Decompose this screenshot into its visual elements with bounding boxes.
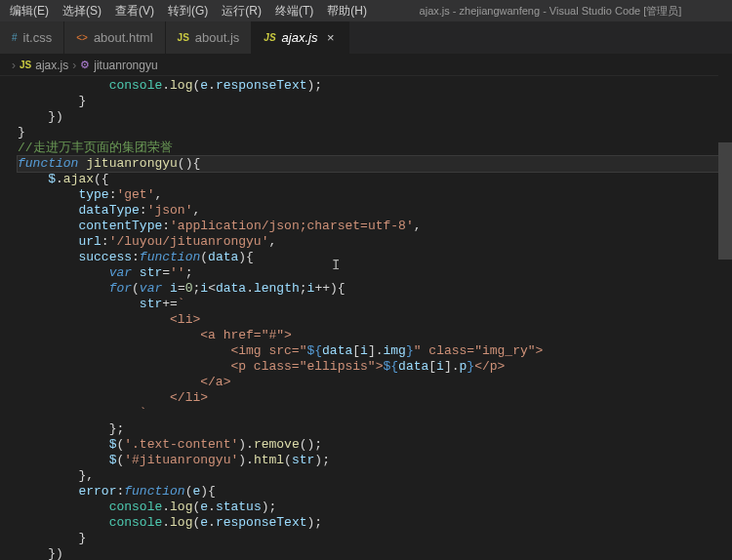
tabbar: #it.css<>about.htmlJSabout.jsJSajax.js× — [0, 21, 732, 55]
vscode-window: 编辑(E)选择(S)查看(V)转到(G)运行(R)终端(T)帮助(H) ajax… — [0, 0, 732, 560]
code-line[interactable]: for(var i=0;i<data.length;i++){ — [18, 281, 732, 297]
menu-item[interactable]: 终端(T) — [269, 1, 319, 21]
code-line[interactable]: console.log(e.responseText); — [18, 515, 732, 531]
code-line[interactable]: $('.text-content').remove(); — [18, 437, 732, 453]
editor-tab[interactable]: <>about.html — [64, 21, 165, 54]
code-line[interactable]: type:'get', — [18, 187, 732, 203]
menu-item[interactable]: 转到(G) — [162, 1, 214, 21]
code-line[interactable]: }) — [18, 109, 732, 125]
code-line[interactable]: </li> — [18, 390, 732, 406]
code-line[interactable]: error:function(e){ — [18, 484, 732, 500]
code-line[interactable]: } — [18, 531, 732, 546]
window-title: ajax.js - zhejiangwanfeng - Visual Studi… — [373, 4, 728, 19]
code-line[interactable]: var str=''; — [18, 265, 732, 281]
code-line[interactable]: function jituanrongyu(){ — [18, 156, 732, 172]
editor-tab[interactable]: #it.css — [0, 21, 64, 54]
chevron-right-icon: › — [12, 59, 16, 72]
code-line[interactable]: $.ajax({ — [18, 172, 732, 187]
chevron-right-icon: › — [72, 59, 76, 72]
code-line[interactable]: ` — [18, 406, 732, 421]
function-icon: ⚙ — [80, 59, 90, 71]
menubar: 编辑(E)选择(S)查看(V)转到(G)运行(R)终端(T)帮助(H) — [4, 1, 373, 21]
code-line[interactable]: }) — [18, 546, 732, 560]
code-line[interactable]: url:'/luyou/jituanrongyu', — [18, 234, 732, 250]
code-line[interactable]: //走进万丰页面的集团荣誉 — [18, 140, 732, 156]
close-icon[interactable]: × — [323, 31, 337, 45]
editor[interactable]: I console.log(e.responseText); } })}//走进… — [0, 76, 732, 560]
titlebar: 编辑(E)选择(S)查看(V)转到(G)运行(R)终端(T)帮助(H) ajax… — [0, 0, 732, 21]
code-line[interactable]: console.log(e.status); — [18, 500, 732, 515]
tab-label: it.css — [23, 30, 53, 45]
js-file-icon: JS — [264, 32, 275, 43]
menu-item[interactable]: 运行(R) — [216, 1, 267, 21]
menu-item[interactable]: 选择(S) — [57, 1, 107, 21]
code-line[interactable]: $('#jituanrongyu').html(str); — [18, 453, 732, 468]
editor-tab[interactable]: JSabout.js — [166, 21, 253, 54]
code-line[interactable]: <p class="ellipsis">${data[i].p}</p> — [18, 359, 732, 375]
code-line[interactable]: contentType:'application/json;charset=ut… — [18, 219, 732, 234]
scrollbar-thumb[interactable] — [718, 142, 732, 260]
code-line[interactable]: console.log(e.responseText); — [18, 78, 732, 94]
menu-item[interactable]: 编辑(E) — [4, 1, 55, 21]
code-line[interactable]: </a> — [18, 375, 732, 390]
editor-tab[interactable]: JSajax.js× — [252, 21, 349, 54]
tab-label: about.js — [195, 30, 240, 45]
code-line[interactable]: }; — [18, 421, 732, 437]
code-line[interactable]: <img src="${data[i].img}" class="img_ry"… — [18, 343, 732, 359]
menu-item[interactable]: 帮助(H) — [321, 1, 373, 21]
breadcrumb-item[interactable]: jituanrongyu — [94, 59, 157, 72]
code-line[interactable]: <a href="#"> — [18, 328, 732, 343]
breadcrumb[interactable]: ›JSajax.js›⚙jituanrongyu — [0, 55, 732, 76]
code-line[interactable]: <li> — [18, 312, 732, 328]
tab-label: about.html — [94, 30, 153, 45]
code-line[interactable]: dataType:'json', — [18, 203, 732, 219]
menu-item[interactable]: 查看(V) — [109, 1, 160, 21]
js-file-icon: JS — [20, 60, 31, 70]
code-line[interactable]: success:function(data){ — [18, 250, 732, 265]
breadcrumb-item[interactable]: ajax.js — [35, 59, 68, 72]
js-file-icon: JS — [178, 32, 189, 43]
html-file-icon: <> — [76, 32, 88, 43]
vertical-scrollbar[interactable] — [718, 55, 732, 552]
code-line[interactable]: }, — [18, 468, 732, 484]
code-line[interactable]: str+=` — [18, 297, 732, 312]
css-file-icon: # — [12, 32, 18, 43]
tab-label: ajax.js — [282, 30, 318, 45]
code-line[interactable]: } — [18, 94, 732, 109]
code-line[interactable]: } — [18, 125, 732, 140]
text-cursor-icon: I — [332, 258, 340, 273]
